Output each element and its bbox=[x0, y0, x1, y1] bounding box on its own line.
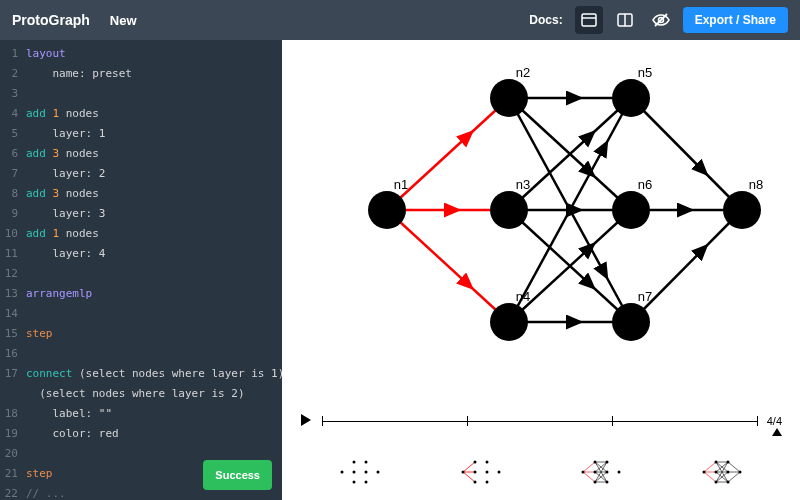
code-line[interactable]: 3 bbox=[0, 84, 282, 104]
code-line[interactable]: 9 layer: 3 bbox=[0, 204, 282, 224]
svg-point-23 bbox=[485, 481, 488, 484]
logo: ProtoGraph bbox=[12, 12, 90, 28]
svg-point-9 bbox=[353, 481, 356, 484]
svg-line-14 bbox=[463, 462, 475, 472]
svg-line-25 bbox=[583, 462, 595, 472]
code-line[interactable]: 19 color: red bbox=[0, 424, 282, 444]
new-button[interactable]: New bbox=[110, 13, 137, 28]
node-n2[interactable] bbox=[490, 79, 528, 117]
svg-point-11 bbox=[365, 471, 368, 474]
svg-point-17 bbox=[461, 471, 464, 474]
node-label: n2 bbox=[516, 65, 530, 80]
svg-point-60 bbox=[702, 471, 705, 474]
svg-point-38 bbox=[594, 461, 597, 464]
node-n6[interactable] bbox=[612, 191, 650, 229]
edge[interactable] bbox=[387, 98, 509, 210]
header-right: Docs: Export / Share bbox=[529, 6, 788, 34]
svg-point-41 bbox=[606, 461, 609, 464]
svg-point-37 bbox=[582, 471, 585, 474]
code-line[interactable]: 12 bbox=[0, 264, 282, 284]
thumbnail-3[interactable] bbox=[571, 452, 631, 492]
svg-point-42 bbox=[606, 471, 609, 474]
node-label: n7 bbox=[638, 289, 652, 304]
node-n8[interactable] bbox=[723, 191, 761, 229]
code-line[interactable]: 10add 1 nodes bbox=[0, 224, 282, 244]
svg-point-61 bbox=[714, 461, 717, 464]
svg-point-19 bbox=[473, 471, 476, 474]
svg-line-45 bbox=[704, 462, 716, 472]
svg-point-43 bbox=[606, 481, 609, 484]
code-line[interactable]: 11 layer: 4 bbox=[0, 244, 282, 264]
code-line[interactable]: 16 bbox=[0, 344, 282, 364]
timeline: 4/4 bbox=[300, 412, 782, 430]
svg-line-27 bbox=[583, 472, 595, 482]
node-label: n8 bbox=[749, 177, 763, 192]
svg-point-18 bbox=[473, 461, 476, 464]
node-n1[interactable] bbox=[368, 191, 406, 229]
svg-point-39 bbox=[594, 471, 597, 474]
node-label: n5 bbox=[638, 65, 652, 80]
code-line[interactable]: 7 layer: 2 bbox=[0, 164, 282, 184]
status-badge: Success bbox=[203, 460, 272, 490]
code-line[interactable]: (select nodes where layer is 2) bbox=[0, 384, 282, 404]
node-label: n1 bbox=[394, 177, 408, 192]
code-line[interactable]: 18 label: "" bbox=[0, 404, 282, 424]
timeline-track[interactable] bbox=[322, 421, 757, 422]
svg-point-20 bbox=[473, 481, 476, 484]
edge[interactable] bbox=[631, 98, 742, 210]
main: 1layout2 name: preset34add 1 nodes5 laye… bbox=[0, 40, 800, 500]
code-line[interactable]: 14 bbox=[0, 304, 282, 324]
svg-line-57 bbox=[728, 462, 740, 472]
edges-layer bbox=[282, 40, 800, 400]
code-line[interactable]: 2 name: preset bbox=[0, 64, 282, 84]
svg-line-16 bbox=[463, 472, 475, 482]
code-line[interactable]: 6add 3 nodes bbox=[0, 144, 282, 164]
graph-canvas[interactable]: n1n2n3n4n5n6n7n8 4/4 bbox=[282, 40, 800, 500]
export-button[interactable]: Export / Share bbox=[683, 7, 788, 33]
svg-point-22 bbox=[485, 471, 488, 474]
node-n7[interactable] bbox=[612, 303, 650, 341]
docs-label: Docs: bbox=[529, 13, 562, 27]
svg-point-63 bbox=[714, 481, 717, 484]
layout-horizontal-icon[interactable] bbox=[575, 6, 603, 34]
thumbnail-2[interactable] bbox=[451, 452, 511, 492]
node-label: n6 bbox=[638, 177, 652, 192]
code-line[interactable]: 17connect (select nodes where layer is 1… bbox=[0, 364, 282, 384]
svg-rect-0 bbox=[582, 14, 596, 26]
visibility-off-icon[interactable] bbox=[647, 6, 675, 34]
thumbnail-4[interactable] bbox=[692, 452, 752, 492]
svg-point-65 bbox=[726, 471, 729, 474]
play-icon[interactable] bbox=[300, 412, 312, 430]
node-n4[interactable] bbox=[490, 303, 528, 341]
svg-point-64 bbox=[726, 461, 729, 464]
code-line[interactable]: 8add 3 nodes bbox=[0, 184, 282, 204]
svg-point-67 bbox=[738, 471, 741, 474]
node-label: n3 bbox=[516, 177, 530, 192]
code-line[interactable]: 15step bbox=[0, 324, 282, 344]
header: ProtoGraph New Docs: Export / Share bbox=[0, 0, 800, 40]
svg-point-24 bbox=[497, 471, 500, 474]
node-n5[interactable] bbox=[612, 79, 650, 117]
edge[interactable] bbox=[631, 210, 742, 322]
node-n3[interactable] bbox=[490, 191, 528, 229]
svg-point-13 bbox=[377, 471, 380, 474]
node-label: n4 bbox=[516, 289, 530, 304]
code-line[interactable]: 13arrangemlp bbox=[0, 284, 282, 304]
svg-point-7 bbox=[353, 461, 356, 464]
svg-point-6 bbox=[341, 471, 344, 474]
svg-point-62 bbox=[714, 471, 717, 474]
code-line[interactable]: 1layout bbox=[0, 44, 282, 64]
svg-point-40 bbox=[594, 481, 597, 484]
svg-point-12 bbox=[365, 481, 368, 484]
svg-line-59 bbox=[728, 472, 740, 482]
thumbnail-1[interactable] bbox=[330, 452, 390, 492]
timeline-marker bbox=[772, 422, 782, 440]
code-editor[interactable]: 1layout2 name: preset34add 1 nodes5 laye… bbox=[0, 40, 282, 500]
svg-line-47 bbox=[704, 472, 716, 482]
svg-point-10 bbox=[365, 461, 368, 464]
code-line[interactable]: 4add 1 nodes bbox=[0, 104, 282, 124]
layout-vertical-icon[interactable] bbox=[611, 6, 639, 34]
svg-point-44 bbox=[618, 471, 621, 474]
edge[interactable] bbox=[387, 210, 509, 322]
code-line[interactable]: 5 layer: 1 bbox=[0, 124, 282, 144]
